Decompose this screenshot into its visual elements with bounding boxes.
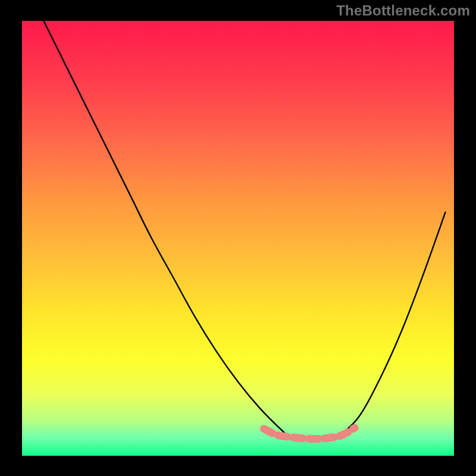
plot-background [22,21,454,456]
watermark-text: TheBottleneck.com [336,2,470,19]
chart-svg [0,0,476,476]
chart-frame: { "watermark": "TheBottleneck.com", "cha… [0,0,476,476]
